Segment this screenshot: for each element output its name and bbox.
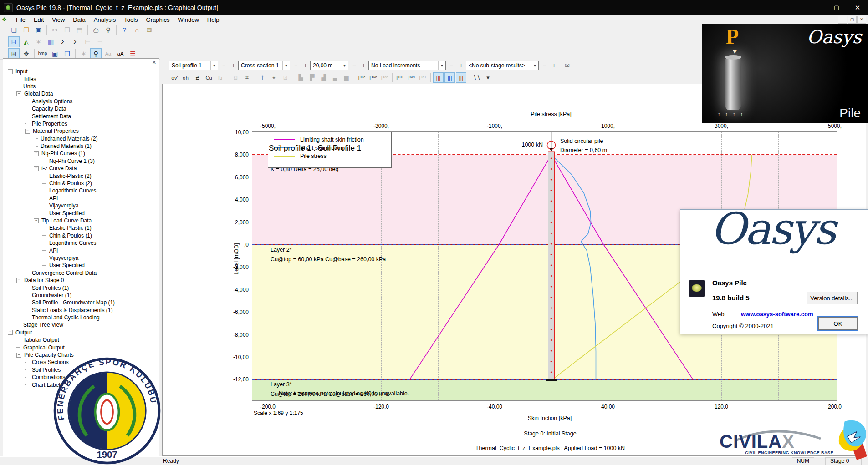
chart-fill-4-button[interactable]: ▄: [330, 72, 340, 83]
effective-vertical-stress-button[interactable]: σv': [169, 72, 180, 83]
cut-button[interactable]: ✂: [49, 25, 61, 35]
tree-item[interactable]: Static Loads & Displacements (1): [5, 307, 158, 314]
tree-collapse-icon[interactable]: −: [16, 353, 21, 358]
menu-item-file[interactable]: File: [12, 15, 30, 24]
close-icon[interactable]: ✕: [152, 60, 156, 66]
tree-item[interactable]: Graphical Output: [5, 344, 158, 351]
tree-item[interactable]: API: [5, 195, 158, 202]
tree-item[interactable]: API: [5, 247, 158, 254]
menu-item-view[interactable]: View: [48, 15, 69, 24]
cross-section-combo-increment-button[interactable]: +: [301, 61, 309, 69]
tree-item[interactable]: Chin & Poulos (2): [5, 180, 158, 187]
depth-combo-increment-button[interactable]: +: [360, 61, 368, 69]
load-increment-combo[interactable]: No Load increments▾: [368, 61, 446, 70]
tree-item[interactable]: −Data for Stage 0: [5, 277, 158, 284]
tree-collapse-icon[interactable]: −: [34, 151, 39, 156]
font-smaller-button[interactable]: Aa: [102, 48, 114, 59]
mdi-restore-button[interactable]: ▢: [848, 16, 857, 24]
chart-fill-5-button[interactable]: ▆: [341, 72, 352, 83]
pub-compression-button[interactable]: Pᵘᶜ: [357, 72, 367, 83]
undrained-strength-button[interactable]: Cu: [204, 72, 214, 83]
depth-combo[interactable]: 20,00 m▾: [310, 61, 348, 70]
gateway-button[interactable]: ◭: [20, 36, 32, 47]
menu-item-window[interactable]: Window: [174, 15, 203, 24]
tree-item[interactable]: Groundwater (1): [5, 292, 158, 299]
chart-fill-2-button[interactable]: ▛: [307, 72, 317, 83]
soil-profile-combo-decrement-button[interactable]: −: [220, 61, 228, 69]
pile-capacity-tension-button[interactable]: ⌗: [242, 72, 252, 83]
copy-button[interactable]: ❐: [61, 25, 73, 35]
tree-item[interactable]: Drained Materials (1): [5, 142, 158, 150]
tree-collapse-icon[interactable]: −: [34, 218, 39, 223]
hatch-button[interactable]: ∖∖: [471, 72, 482, 83]
tree-item[interactable]: Units: [5, 83, 158, 90]
menu-item-edit[interactable]: Edit: [30, 15, 48, 24]
tree-item[interactable]: −Nq-Phi Curves (1): [5, 150, 158, 157]
tree-item[interactable]: Logarithmic Curves: [5, 239, 158, 247]
copy-image-button[interactable]: ❐: [61, 48, 73, 59]
tree-item[interactable]: Thermal and Cyclic Loading: [5, 314, 158, 321]
axis-right-button[interactable]: ⊣: [94, 36, 106, 47]
unit-friction-button[interactable]: fu: [215, 72, 225, 83]
toolbar-grip[interactable]: [3, 38, 5, 46]
grid-button[interactable]: ⊞: [8, 48, 20, 59]
cross-section-combo[interactable]: Cross-section 1▾: [238, 61, 290, 70]
soil-profile-combo[interactable]: Soil profile 1▾: [169, 61, 218, 70]
tree-item[interactable]: Vijayvergiya: [5, 254, 158, 262]
tree-item[interactable]: Soil Profile - Groundwater Map (1): [5, 299, 158, 306]
cross-section-combo-decrement-button[interactable]: −: [292, 61, 300, 69]
toolbar-grip[interactable]: [3, 26, 5, 34]
tree-item[interactable]: Convergence Control Data: [5, 269, 158, 277]
zoom-button[interactable]: ⚲: [90, 48, 102, 59]
pub-tension-button[interactable]: Pᵘᵀ: [395, 72, 405, 83]
panel-grip[interactable]: [7, 62, 145, 64]
toolbar-grip[interactable]: [164, 74, 166, 82]
tree-item[interactable]: Nq-Phi Curve 1 (3): [5, 157, 158, 165]
table-view-button[interactable]: ▦: [45, 36, 56, 47]
toolbar-grip[interactable]: [164, 61, 166, 70]
menu-item-help[interactable]: Help: [203, 15, 224, 24]
save-button[interactable]: ▣: [33, 25, 44, 35]
combined-profile-button[interactable]: |||: [456, 72, 466, 83]
soil-profile-combo-increment-button[interactable]: +: [230, 61, 237, 69]
tree-item[interactable]: Elastic-Plastic (1): [5, 224, 158, 232]
paste-button[interactable]: ▤: [74, 25, 85, 35]
tree-item[interactable]: Stage Tree View: [5, 321, 158, 329]
tree-item[interactable]: −Material Properties: [5, 127, 158, 135]
tree-item[interactable]: −t-z Curve Data: [5, 165, 158, 172]
tree-item[interactable]: −Output: [5, 329, 158, 336]
mail-button[interactable]: ✉: [143, 25, 155, 35]
tree-item[interactable]: Undrained Materials (2): [5, 135, 158, 142]
axis-left-button[interactable]: ⊢: [82, 36, 93, 47]
minimize-button[interactable]: —: [805, 0, 826, 15]
sub-stage-combo-decrement-button[interactable]: −: [541, 61, 548, 69]
tree-item[interactable]: Tabular Output: [5, 336, 158, 344]
sum-button[interactable]: Σ: [57, 36, 69, 47]
pile-load-top-button[interactable]: ⍏: [257, 72, 268, 83]
tree-item[interactable]: −Global Data: [5, 90, 158, 97]
sum-cancel-button[interactable]: Σ: [70, 36, 81, 47]
wizard-button[interactable]: ✶: [33, 36, 44, 47]
mdi-minimize-button[interactable]: –: [838, 16, 847, 24]
close-button[interactable]: ✕: [847, 0, 868, 15]
pw-tension-button[interactable]: Pʷᵀ: [406, 72, 417, 83]
export-bmp-button[interactable]: bmp: [37, 48, 48, 59]
tree-view-button[interactable]: ⊟: [8, 36, 20, 47]
chart-fill-3-button[interactable]: ▟: [318, 72, 329, 83]
envelope-button[interactable]: ✉: [563, 61, 571, 69]
tree-item[interactable]: −Tip Load Curve Data: [5, 217, 158, 224]
menu-item-analysis[interactable]: Analysis: [90, 15, 120, 24]
tree-collapse-icon[interactable]: −: [34, 166, 39, 171]
tree-item[interactable]: Titles: [5, 75, 158, 82]
pdes-compression-button[interactable]: Pᵈᶜ: [379, 72, 390, 83]
effective-horizontal-stress-button[interactable]: σh': [181, 72, 191, 83]
tree-collapse-icon[interactable]: −: [16, 278, 21, 283]
print-preview-button[interactable]: ⚲: [102, 25, 114, 35]
tree-item[interactable]: −Input: [5, 68, 158, 75]
tree-item[interactable]: Elastic-Plastic (2): [5, 172, 158, 179]
open-file-button[interactable]: ❐: [20, 25, 32, 35]
load-increment-combo-increment-button[interactable]: +: [457, 61, 465, 69]
tree-item[interactable]: Capacity Data: [5, 105, 158, 112]
more-options-button[interactable]: ▾: [483, 72, 493, 83]
edit-style-button[interactable]: ✶: [78, 48, 89, 59]
